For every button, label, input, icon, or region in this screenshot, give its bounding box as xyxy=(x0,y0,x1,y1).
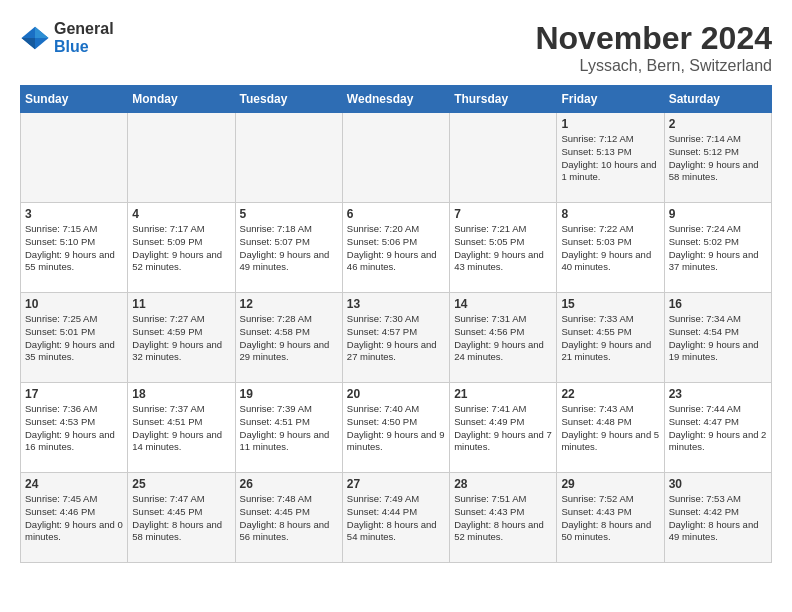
sunrise-text: Sunrise: 7:12 AM xyxy=(561,133,633,144)
day-number: 16 xyxy=(669,297,767,311)
day-number: 12 xyxy=(240,297,338,311)
day-info: Sunrise: 7:22 AMSunset: 5:03 PMDaylight:… xyxy=(561,223,659,274)
calendar-cell: 25Sunrise: 7:47 AMSunset: 4:45 PMDayligh… xyxy=(128,473,235,563)
daylight-text: Daylight: 9 hours and 2 minutes. xyxy=(669,429,767,453)
calendar-week-1: 1Sunrise: 7:12 AMSunset: 5:13 PMDaylight… xyxy=(21,113,772,203)
sunset-text: Sunset: 4:59 PM xyxy=(132,326,202,337)
sunset-text: Sunset: 4:55 PM xyxy=(561,326,631,337)
day-number: 8 xyxy=(561,207,659,221)
sunrise-text: Sunrise: 7:20 AM xyxy=(347,223,419,234)
col-tuesday: Tuesday xyxy=(235,86,342,113)
daylight-text: Daylight: 8 hours and 52 minutes. xyxy=(454,519,544,543)
day-number: 1 xyxy=(561,117,659,131)
logo: General Blue xyxy=(20,20,114,55)
day-info: Sunrise: 7:25 AMSunset: 5:01 PMDaylight:… xyxy=(25,313,123,364)
calendar-cell: 11Sunrise: 7:27 AMSunset: 4:59 PMDayligh… xyxy=(128,293,235,383)
sunrise-text: Sunrise: 7:34 AM xyxy=(669,313,741,324)
daylight-text: Daylight: 9 hours and 32 minutes. xyxy=(132,339,222,363)
day-info: Sunrise: 7:41 AMSunset: 4:49 PMDaylight:… xyxy=(454,403,552,454)
sunset-text: Sunset: 4:46 PM xyxy=(25,506,95,517)
daylight-text: Daylight: 9 hours and 52 minutes. xyxy=(132,249,222,273)
day-number: 2 xyxy=(669,117,767,131)
daylight-text: Daylight: 9 hours and 40 minutes. xyxy=(561,249,651,273)
calendar-cell: 15Sunrise: 7:33 AMSunset: 4:55 PMDayligh… xyxy=(557,293,664,383)
month-year-title: November 2024 xyxy=(535,20,772,57)
day-number: 15 xyxy=(561,297,659,311)
calendar-week-3: 10Sunrise: 7:25 AMSunset: 5:01 PMDayligh… xyxy=(21,293,772,383)
day-info: Sunrise: 7:52 AMSunset: 4:43 PMDaylight:… xyxy=(561,493,659,544)
calendar-week-5: 24Sunrise: 7:45 AMSunset: 4:46 PMDayligh… xyxy=(21,473,772,563)
svg-marker-2 xyxy=(22,38,36,49)
sunset-text: Sunset: 5:09 PM xyxy=(132,236,202,247)
calendar-cell: 9Sunrise: 7:24 AMSunset: 5:02 PMDaylight… xyxy=(664,203,771,293)
day-info: Sunrise: 7:28 AMSunset: 4:58 PMDaylight:… xyxy=(240,313,338,364)
header-row: Sunday Monday Tuesday Wednesday Thursday… xyxy=(21,86,772,113)
sunset-text: Sunset: 4:45 PM xyxy=(240,506,310,517)
day-info: Sunrise: 7:37 AMSunset: 4:51 PMDaylight:… xyxy=(132,403,230,454)
calendar-cell: 30Sunrise: 7:53 AMSunset: 4:42 PMDayligh… xyxy=(664,473,771,563)
sunrise-text: Sunrise: 7:52 AM xyxy=(561,493,633,504)
day-info: Sunrise: 7:33 AMSunset: 4:55 PMDaylight:… xyxy=(561,313,659,364)
day-info: Sunrise: 7:30 AMSunset: 4:57 PMDaylight:… xyxy=(347,313,445,364)
sunrise-text: Sunrise: 7:53 AM xyxy=(669,493,741,504)
calendar-cell: 13Sunrise: 7:30 AMSunset: 4:57 PMDayligh… xyxy=(342,293,449,383)
daylight-text: Daylight: 9 hours and 37 minutes. xyxy=(669,249,759,273)
day-number: 20 xyxy=(347,387,445,401)
daylight-text: Daylight: 9 hours and 21 minutes. xyxy=(561,339,651,363)
calendar-cell: 6Sunrise: 7:20 AMSunset: 5:06 PMDaylight… xyxy=(342,203,449,293)
day-number: 25 xyxy=(132,477,230,491)
sunrise-text: Sunrise: 7:14 AM xyxy=(669,133,741,144)
calendar-cell: 5Sunrise: 7:18 AMSunset: 5:07 PMDaylight… xyxy=(235,203,342,293)
calendar-cell: 12Sunrise: 7:28 AMSunset: 4:58 PMDayligh… xyxy=(235,293,342,383)
calendar-cell: 23Sunrise: 7:44 AMSunset: 4:47 PMDayligh… xyxy=(664,383,771,473)
sunset-text: Sunset: 5:06 PM xyxy=(347,236,417,247)
day-number: 5 xyxy=(240,207,338,221)
day-number: 23 xyxy=(669,387,767,401)
sunset-text: Sunset: 5:07 PM xyxy=(240,236,310,247)
sunrise-text: Sunrise: 7:40 AM xyxy=(347,403,419,414)
calendar-cell: 2Sunrise: 7:14 AMSunset: 5:12 PMDaylight… xyxy=(664,113,771,203)
day-number: 14 xyxy=(454,297,552,311)
sunrise-text: Sunrise: 7:48 AM xyxy=(240,493,312,504)
day-number: 26 xyxy=(240,477,338,491)
sunset-text: Sunset: 4:54 PM xyxy=(669,326,739,337)
calendar-cell xyxy=(235,113,342,203)
calendar-cell: 19Sunrise: 7:39 AMSunset: 4:51 PMDayligh… xyxy=(235,383,342,473)
day-number: 6 xyxy=(347,207,445,221)
day-number: 7 xyxy=(454,207,552,221)
day-info: Sunrise: 7:49 AMSunset: 4:44 PMDaylight:… xyxy=(347,493,445,544)
calendar-cell xyxy=(342,113,449,203)
calendar-cell: 20Sunrise: 7:40 AMSunset: 4:50 PMDayligh… xyxy=(342,383,449,473)
day-info: Sunrise: 7:27 AMSunset: 4:59 PMDaylight:… xyxy=(132,313,230,364)
sunset-text: Sunset: 4:45 PM xyxy=(132,506,202,517)
sunrise-text: Sunrise: 7:41 AM xyxy=(454,403,526,414)
sunrise-text: Sunrise: 7:36 AM xyxy=(25,403,97,414)
day-info: Sunrise: 7:21 AMSunset: 5:05 PMDaylight:… xyxy=(454,223,552,274)
day-info: Sunrise: 7:51 AMSunset: 4:43 PMDaylight:… xyxy=(454,493,552,544)
col-friday: Friday xyxy=(557,86,664,113)
calendar-cell: 26Sunrise: 7:48 AMSunset: 4:45 PMDayligh… xyxy=(235,473,342,563)
sunset-text: Sunset: 4:43 PM xyxy=(454,506,524,517)
sunrise-text: Sunrise: 7:43 AM xyxy=(561,403,633,414)
sunset-text: Sunset: 5:13 PM xyxy=(561,146,631,157)
sunset-text: Sunset: 5:01 PM xyxy=(25,326,95,337)
calendar-cell: 7Sunrise: 7:21 AMSunset: 5:05 PMDaylight… xyxy=(450,203,557,293)
day-number: 18 xyxy=(132,387,230,401)
day-number: 4 xyxy=(132,207,230,221)
day-number: 17 xyxy=(25,387,123,401)
day-info: Sunrise: 7:18 AMSunset: 5:07 PMDaylight:… xyxy=(240,223,338,274)
sunset-text: Sunset: 4:50 PM xyxy=(347,416,417,427)
daylight-text: Daylight: 9 hours and 14 minutes. xyxy=(132,429,222,453)
sunrise-text: Sunrise: 7:30 AM xyxy=(347,313,419,324)
day-number: 22 xyxy=(561,387,659,401)
sunset-text: Sunset: 4:43 PM xyxy=(561,506,631,517)
day-info: Sunrise: 7:17 AMSunset: 5:09 PMDaylight:… xyxy=(132,223,230,274)
daylight-text: Daylight: 9 hours and 11 minutes. xyxy=(240,429,330,453)
sunset-text: Sunset: 4:57 PM xyxy=(347,326,417,337)
sunrise-text: Sunrise: 7:37 AM xyxy=(132,403,204,414)
sunset-text: Sunset: 4:56 PM xyxy=(454,326,524,337)
daylight-text: Daylight: 8 hours and 54 minutes. xyxy=(347,519,437,543)
calendar-cell: 4Sunrise: 7:17 AMSunset: 5:09 PMDaylight… xyxy=(128,203,235,293)
daylight-text: Daylight: 8 hours and 49 minutes. xyxy=(669,519,759,543)
svg-marker-1 xyxy=(35,26,49,37)
